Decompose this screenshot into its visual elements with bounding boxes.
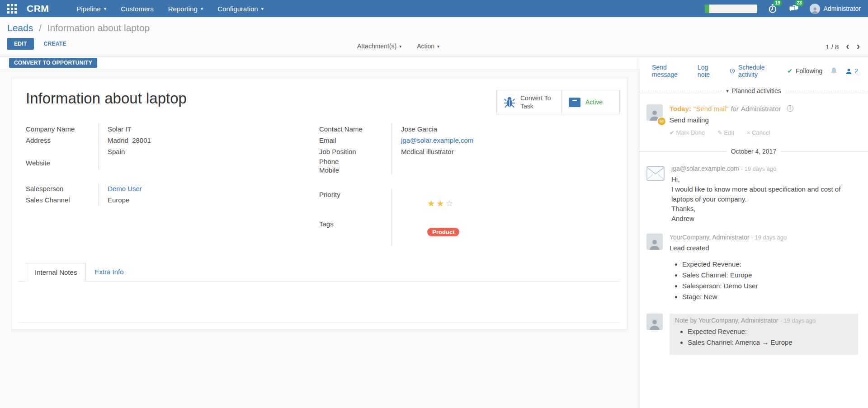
edit-activity-button[interactable]: ✎ Edit	[717, 129, 734, 136]
field-label-tags: Tags	[319, 218, 392, 246]
message-line: I would like to know more about specific…	[671, 184, 858, 204]
pager-next-icon[interactable]: ›	[857, 42, 860, 52]
following-toggle[interactable]: ✔ Following	[787, 67, 822, 75]
apps-grid-icon[interactable]	[7, 4, 17, 14]
menu-configuration-label: Configuration	[217, 5, 258, 13]
contact-block: Contact Name Jose Garcia Email jga@solar…	[319, 123, 590, 174]
clock-icon	[730, 67, 735, 75]
cancel-activity-button[interactable]: × Cancel	[747, 129, 770, 136]
message-timestamp: - 19 days ago	[741, 165, 777, 172]
activity-avatar-wrap: ✉	[646, 104, 663, 125]
envelope-icon	[646, 166, 665, 181]
messages-chat-icon[interactable]: 23	[788, 2, 801, 15]
company-address-block: Company Name Solar IT Address Madrid 280…	[26, 123, 297, 169]
progress-bar-fill	[705, 5, 709, 13]
tracking-value: Expected Revenue:	[682, 260, 858, 268]
email-link[interactable]: jga@solar.example.com	[401, 136, 473, 144]
message-header: YourCompany, Administrator - 19 days ago	[670, 234, 858, 241]
tag-product: Product	[427, 228, 459, 236]
bell-icon[interactable]	[830, 67, 838, 75]
action-label: Action	[417, 42, 434, 50]
field-label-sales-channel: Sales Channel	[26, 194, 98, 206]
message-body: Hi, I would like to know more about spec…	[671, 174, 858, 224]
chatter: Send message Log note Schedule activity …	[639, 57, 868, 408]
message-timestamp: - 19 days ago	[751, 234, 787, 241]
convert-to-opportunity-button[interactable]: CONVERT TO OPPORTUNITY	[9, 58, 97, 68]
message-author: Note by YourCompany, Administrator	[675, 317, 778, 324]
activities-timer-icon[interactable]: 19	[766, 2, 779, 15]
control-panel: Leads / Information about laptop EDIT CR…	[0, 17, 868, 57]
message-content: jga@solar.example.com - 19 days ago Hi, …	[671, 165, 858, 224]
convert-to-task-button[interactable]: Convert To Task	[497, 90, 561, 114]
active-toggle-button[interactable]: Active	[561, 90, 619, 114]
chevron-down-icon: ▾	[726, 88, 729, 94]
field-label-website: Website	[26, 157, 98, 169]
info-icon[interactable]: ⓘ	[787, 104, 793, 113]
mark-done-button[interactable]: ✔ Mark Done	[670, 129, 705, 136]
tab-extra-info[interactable]: Extra Info	[86, 263, 132, 281]
field-value-country: Spain	[98, 146, 297, 157]
main-menu: Pipeline ▾ Customers Reporting ▾ Configu…	[71, 0, 269, 17]
field-value-email: jga@solar.example.com	[392, 135, 590, 146]
tracking-values-list: Expected Revenue: Sales Channel: Europe …	[670, 260, 858, 300]
notebook-tabs: Internal Notes Extra Info	[19, 263, 620, 281]
salesperson-link[interactable]: Demo User	[108, 185, 142, 192]
user-menu[interactable]: Administrator	[810, 4, 861, 14]
field-value-priority: ★★☆	[392, 189, 590, 218]
message-author: jga@solar.example.com	[671, 165, 739, 172]
dashed-line	[786, 91, 868, 91]
field-value-tags: Product	[392, 218, 590, 246]
breadcrumb-current: Information about laptop	[47, 23, 150, 33]
left-field-column: Company Name Solar IT Address Madrid 280…	[26, 123, 319, 260]
send-message-button[interactable]: Send message	[652, 64, 684, 78]
separator-line	[639, 151, 726, 152]
planned-activities-toggle[interactable]: ▾ Planned activities	[639, 87, 868, 94]
schedule-activity-label: Schedule activity	[738, 64, 774, 78]
main-area: CONVERT TO OPPORTUNITY Convert To Task A…	[0, 57, 868, 408]
tab-internal-notes[interactable]: Internal Notes	[26, 263, 86, 281]
field-label-mobile: Mobile	[319, 166, 392, 174]
star-filled-icon: ★★	[427, 199, 445, 208]
attachments-dropdown[interactable]: Attachment(s) ▾	[357, 42, 401, 50]
sheet-divider	[19, 322, 620, 323]
action-dropdown[interactable]: Action ▾	[417, 42, 439, 50]
menu-customers[interactable]: Customers	[115, 0, 160, 17]
chevron-down-icon: ▾	[399, 44, 401, 49]
schedule-activity-button[interactable]: Schedule activity	[730, 64, 774, 78]
messages-count-badge: 23	[795, 0, 803, 6]
create-button[interactable]: CREATE	[41, 40, 69, 47]
activity-note: Send mailing	[670, 116, 858, 124]
field-label-phone: Phone	[319, 157, 392, 166]
app-brand[interactable]: CRM	[27, 3, 49, 14]
followers-button[interactable]: 2	[845, 67, 858, 75]
field-value-mobile	[392, 166, 590, 174]
field-value-city-zip: Madrid 28001	[98, 135, 297, 146]
menu-reporting[interactable]: Reporting ▾	[162, 0, 209, 17]
activity-assignee: Administrator	[741, 105, 781, 113]
tracking-value: Stage: New	[682, 293, 858, 300]
edit-button[interactable]: EDIT	[7, 38, 34, 50]
menu-pipeline[interactable]: Pipeline ▾	[71, 0, 112, 17]
message-line: Thanks,	[671, 204, 858, 214]
mark-done-label: Mark Done	[676, 129, 705, 136]
pager-previous-icon[interactable]: ‹	[846, 42, 849, 52]
priority-tags-block: Priority ★★☆ Tags Product	[319, 189, 590, 246]
activity-actions: ✔ Mark Done ✎ Edit × Cancel	[670, 129, 858, 136]
breadcrumb-leads-link[interactable]: Leads	[7, 23, 33, 33]
check-icon: ✔	[787, 67, 793, 75]
activity-for-word: for	[731, 105, 739, 113]
priority-stars[interactable]: ★★☆	[427, 199, 454, 208]
avatar	[646, 314, 663, 330]
message-lead-created: YourCompany, Administrator - 19 days ago…	[639, 234, 868, 304]
edit-activity-label: Edit	[724, 129, 734, 136]
stat-buttons: Convert To Task Active	[496, 90, 620, 114]
activity-content: Today: "Send mail" for Administrator ⓘ S…	[670, 104, 858, 136]
message-note: Note by YourCompany, Administrator - 19 …	[639, 314, 868, 355]
internal-notes-content[interactable]	[19, 281, 620, 322]
menu-customers-label: Customers	[121, 5, 154, 13]
menu-configuration[interactable]: Configuration ▾	[212, 0, 269, 17]
cancel-activity-label: Cancel	[752, 129, 770, 136]
log-note-button[interactable]: Log note	[698, 64, 716, 78]
tracking-value: Sales Channel: Europe	[682, 271, 858, 279]
avatar	[810, 4, 820, 14]
